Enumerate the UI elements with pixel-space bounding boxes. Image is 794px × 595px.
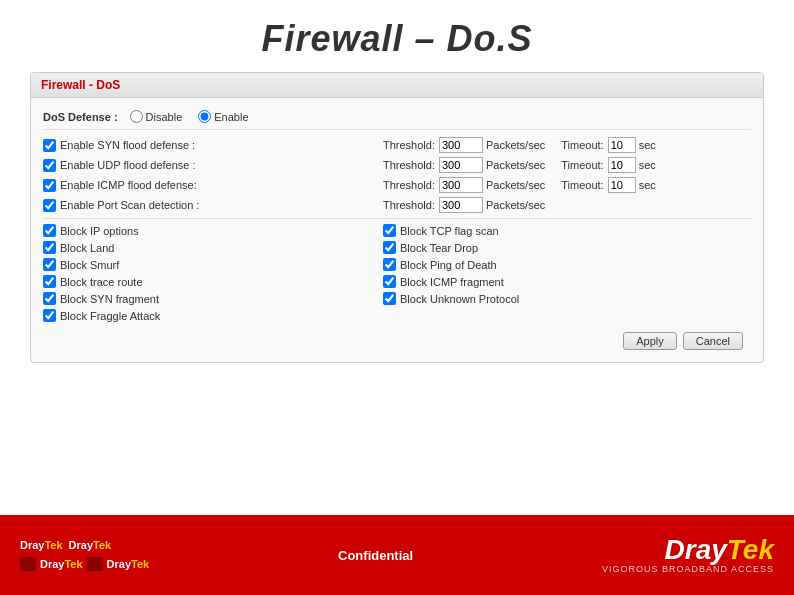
block-unknown-protocol-checkbox[interactable] (383, 292, 396, 305)
udp-packets-label: Packets/sec (486, 159, 545, 171)
block-smurf-checkbox[interactable] (43, 258, 56, 271)
checkbox-row-1: Block IP options Block TCP flag scan (43, 222, 751, 239)
icmp-flood-row: Enable ICMP flood defense: Threshold: Pa… (43, 175, 751, 195)
icmp-sec-label: sec (639, 179, 656, 191)
disable-radio[interactable] (130, 110, 143, 123)
udp-flood-row: Enable UDP flood defense : Threshold: Pa… (43, 155, 751, 175)
block-icmp-fragment-label[interactable]: Block ICMP fragment (383, 275, 504, 288)
cancel-button[interactable]: Cancel (683, 332, 743, 350)
page-title: Firewall – Do.S (0, 0, 794, 72)
checkbox-row-2: Block Land Block Tear Drop (43, 239, 751, 256)
syn-threshold-label: Threshold: (383, 139, 435, 151)
icmp-timeout-label: Timeout: (561, 179, 603, 191)
footer-logo-3: DrayTek (40, 558, 83, 570)
apply-button[interactable]: Apply (623, 332, 677, 350)
portscan-threshold-label: Threshold: (383, 199, 435, 211)
block-tear-drop-label[interactable]: Block Tear Drop (383, 241, 478, 254)
checkbox-row-3: Block Smurf Block Ping of Death (43, 256, 751, 273)
block-smurf-label[interactable]: Block Smurf (43, 258, 119, 271)
disable-label: Disable (146, 111, 183, 123)
portscan-checkbox[interactable] (43, 199, 56, 212)
syn-flood-label[interactable]: Enable SYN flood defense : (43, 139, 195, 152)
syn-flood-checkbox[interactable] (43, 139, 56, 152)
footer-logo-1: DrayTek (20, 539, 63, 551)
dos-defense-label: DoS Defense : (43, 111, 118, 123)
block-ip-options-label[interactable]: Block IP options (43, 224, 139, 237)
udp-threshold-input[interactable] (439, 157, 483, 173)
portscan-row: Enable Port Scan detection : Threshold: … (43, 195, 751, 215)
brand-tek: Tek (727, 534, 774, 565)
syn-flood-row: Enable SYN flood defense : Threshold: Pa… (43, 135, 751, 155)
block-icmp-fragment-checkbox[interactable] (383, 275, 396, 288)
block-syn-fragment-checkbox[interactable] (43, 292, 56, 305)
button-row: Apply Cancel (43, 324, 751, 354)
block-trace-route-checkbox[interactable] (43, 275, 56, 288)
checkbox-row-5: Block SYN fragment Block Unknown Protoco… (43, 290, 751, 307)
syn-threshold-input[interactable] (439, 137, 483, 153)
enable-radio[interactable] (198, 110, 211, 123)
footer-brand: DrayTek VIGOROUS BROADBAND ACCESS (602, 536, 774, 574)
dos-defense-row: DoS Defense : Disable Enable (43, 106, 751, 130)
icmp-threshold-input[interactable] (439, 177, 483, 193)
icmp-threshold-label: Threshold: (383, 179, 435, 191)
syn-sec-label: sec (639, 139, 656, 151)
block-tcp-flag-scan-label[interactable]: Block TCP flag scan (383, 224, 499, 237)
footer: DrayTek DrayTek DrayTek DrayTek Confiden… (0, 515, 794, 595)
icmp-flood-checkbox[interactable] (43, 179, 56, 192)
block-ip-options-checkbox[interactable] (43, 224, 56, 237)
footer-logo-2: DrayTek (69, 539, 112, 551)
block-land-label[interactable]: Block Land (43, 241, 114, 254)
footer-left: DrayTek DrayTek DrayTek DrayTek (20, 539, 149, 571)
syn-timeout-input[interactable] (608, 137, 636, 153)
confidential-label: Confidential (338, 548, 413, 563)
syn-packets-label: Packets/sec (486, 139, 545, 151)
udp-threshold-label: Threshold: (383, 159, 435, 171)
portscan-label[interactable]: Enable Port Scan detection : (43, 199, 199, 212)
checkbox-row-6: Block Fraggle Attack (43, 307, 751, 324)
block-trace-route-label[interactable]: Block trace route (43, 275, 143, 288)
disable-option[interactable]: Disable (130, 110, 183, 123)
enable-label: Enable (214, 111, 248, 123)
udp-sec-label: sec (639, 159, 656, 171)
brand-dray: Dray (665, 534, 727, 565)
panel-header: Firewall - DoS (31, 73, 763, 98)
block-tcp-flag-scan-checkbox[interactable] (383, 224, 396, 237)
udp-timeout-input[interactable] (608, 157, 636, 173)
portscan-packets-label: Packets/sec (486, 199, 545, 211)
block-ping-of-death-checkbox[interactable] (383, 258, 396, 271)
udp-timeout-label: Timeout: (561, 159, 603, 171)
block-fraggle-attack-label[interactable]: Block Fraggle Attack (43, 309, 160, 322)
portscan-threshold-input[interactable] (439, 197, 483, 213)
block-land-checkbox[interactable] (43, 241, 56, 254)
block-unknown-protocol-label[interactable]: Block Unknown Protocol (383, 292, 519, 305)
firewall-panel: Firewall - DoS DoS Defense : Disable Ena… (30, 72, 764, 363)
vigorous-label: VIGOROUS BROADBAND ACCESS (602, 564, 774, 574)
icmp-packets-label: Packets/sec (486, 179, 545, 191)
block-syn-fragment-label[interactable]: Block SYN fragment (43, 292, 159, 305)
footer-logo-4: DrayTek (107, 558, 150, 570)
block-fraggle-attack-checkbox[interactable] (43, 309, 56, 322)
block-ping-of-death-label[interactable]: Block Ping of Death (383, 258, 497, 271)
enable-option[interactable]: Enable (198, 110, 248, 123)
udp-flood-checkbox[interactable] (43, 159, 56, 172)
icmp-flood-label[interactable]: Enable ICMP flood defense: (43, 179, 197, 192)
checkbox-row-4: Block trace route Block ICMP fragment (43, 273, 751, 290)
syn-timeout-label: Timeout: (561, 139, 603, 151)
block-tear-drop-checkbox[interactable] (383, 241, 396, 254)
icmp-timeout-input[interactable] (608, 177, 636, 193)
udp-flood-label[interactable]: Enable UDP flood defense : (43, 159, 196, 172)
